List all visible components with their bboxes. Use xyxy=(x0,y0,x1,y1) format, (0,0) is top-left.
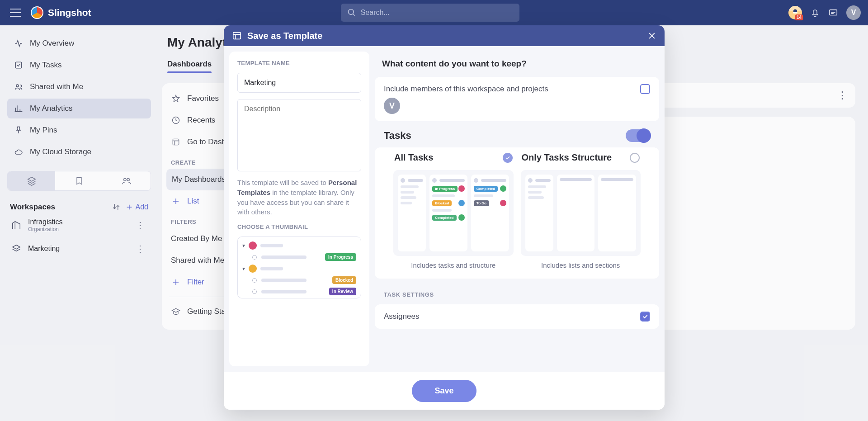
template-icon xyxy=(232,31,242,41)
notification-badge: 14 xyxy=(795,14,803,20)
tasks-toggle[interactable] xyxy=(626,129,650,142)
tag-inreview: In Review xyxy=(329,288,356,295)
slingshot-logo-icon xyxy=(31,6,43,19)
assignees-checkbox[interactable] xyxy=(640,312,650,322)
member-avatar: V xyxy=(384,98,400,114)
tasks-title: Tasks xyxy=(384,130,411,142)
template-name-label: TEMPLATE NAME xyxy=(237,60,361,66)
search-box[interactable] xyxy=(341,4,519,22)
help-text: This template will be saved to Personal … xyxy=(237,178,361,217)
avatar-dot-icon xyxy=(249,265,257,273)
include-members-card: Include members of this workspace and pr… xyxy=(375,77,659,121)
svg-point-0 xyxy=(348,9,354,15)
structure-preview xyxy=(521,170,641,256)
save-template-modal: Save as Template TEMPLATE NAME This temp… xyxy=(224,25,665,410)
brand[interactable]: Slingshot xyxy=(31,6,91,19)
assignees-setting: Assignees xyxy=(375,304,659,329)
template-desc-input[interactable] xyxy=(237,99,361,171)
assignees-label: Assignees xyxy=(384,312,419,321)
radio-unselected-icon[interactable] xyxy=(630,153,640,163)
profile-avatar[interactable]: 14 xyxy=(788,6,802,19)
chevron-down-icon: ▾ xyxy=(242,265,245,272)
hamburger-icon[interactable] xyxy=(7,5,24,20)
close-icon[interactable] xyxy=(647,31,656,40)
option-structure-only[interactable]: Only Tasks Structure xyxy=(520,150,642,270)
radio-selected-icon[interactable] xyxy=(503,153,513,163)
modal-title: Save as Template xyxy=(247,31,322,41)
tag-blocked: Blocked xyxy=(332,276,356,284)
tag-inprogress: In Progress xyxy=(325,253,356,261)
all-tasks-preview: In Progress Blocked Completed Completed xyxy=(393,170,514,256)
task-settings-label: TASK SETTINGS xyxy=(375,283,659,300)
svg-rect-2 xyxy=(793,12,797,13)
template-name-input[interactable] xyxy=(237,73,361,93)
chat-icon[interactable] xyxy=(828,8,838,18)
chevron-down-icon: ▾ xyxy=(242,242,245,249)
include-members-label: Include members of this workspace and pr… xyxy=(384,85,548,94)
search-icon xyxy=(347,8,356,17)
user-avatar[interactable]: V xyxy=(846,5,861,20)
thumbnail-label: CHOOSE A THUMBNAIL xyxy=(237,223,361,230)
search-input[interactable] xyxy=(361,9,513,17)
svg-rect-10 xyxy=(233,33,241,39)
save-button[interactable]: Save xyxy=(412,380,476,402)
content-question: What content do you want to keep? xyxy=(375,52,659,72)
include-members-checkbox[interactable] xyxy=(640,84,650,94)
avatar-dot-icon xyxy=(249,241,257,250)
thumbnail-option[interactable]: ▾ In Progress ▾ Blocked xyxy=(237,237,361,298)
bell-icon[interactable] xyxy=(810,8,820,18)
option-all-tasks[interactable]: All Tasks xyxy=(393,150,514,270)
brand-text: Slingshot xyxy=(48,7,91,18)
